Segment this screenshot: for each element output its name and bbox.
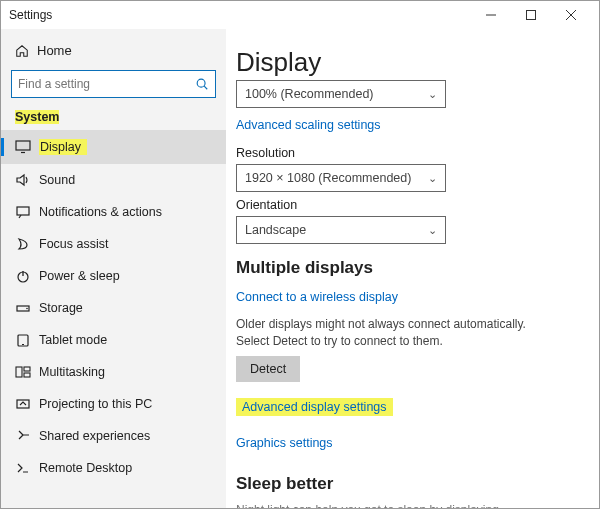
titlebar: Settings bbox=[1, 1, 599, 29]
svg-rect-15 bbox=[16, 367, 22, 377]
shared-icon bbox=[15, 429, 39, 443]
resolution-label: Resolution bbox=[236, 146, 581, 160]
sidebar-item-label: Multitasking bbox=[39, 365, 105, 379]
multiple-displays-heading: Multiple displays bbox=[236, 258, 581, 278]
home-icon bbox=[15, 44, 37, 58]
sound-icon bbox=[15, 173, 39, 187]
sidebar-item-label: Storage bbox=[39, 301, 83, 315]
orientation-value: Landscape bbox=[245, 223, 428, 237]
sidebar-item-sound[interactable]: Sound bbox=[1, 164, 226, 196]
maximize-icon bbox=[526, 10, 536, 20]
svg-rect-16 bbox=[24, 367, 30, 371]
minimize-button[interactable] bbox=[471, 1, 511, 29]
sidebar: Home System Display Sound bbox=[1, 29, 226, 508]
sidebar-item-shared-experiences[interactable]: Shared experiences bbox=[1, 420, 226, 452]
sleep-better-heading: Sleep better bbox=[236, 474, 581, 494]
search-input[interactable] bbox=[11, 70, 216, 98]
advanced-display-link[interactable]: Advanced display settings bbox=[236, 398, 393, 416]
orientation-label: Orientation bbox=[236, 198, 581, 212]
close-icon bbox=[566, 10, 576, 20]
chevron-down-icon: ⌄ bbox=[428, 172, 437, 185]
home-label: Home bbox=[37, 43, 72, 58]
sidebar-item-label: Display bbox=[39, 139, 87, 155]
orientation-dropdown[interactable]: Landscape ⌄ bbox=[236, 216, 446, 244]
power-icon bbox=[15, 269, 39, 283]
sidebar-item-label: Projecting to this PC bbox=[39, 397, 152, 411]
older-displays-text: Older displays might not always connect … bbox=[236, 316, 536, 350]
sidebar-item-display[interactable]: Display bbox=[1, 130, 226, 164]
sidebar-item-storage[interactable]: Storage bbox=[1, 292, 226, 324]
nav-list: Display Sound Notifications & actions Fo… bbox=[1, 130, 226, 484]
connect-wireless-link[interactable]: Connect to a wireless display bbox=[236, 290, 398, 304]
sidebar-item-multitasking[interactable]: Multitasking bbox=[1, 356, 226, 388]
chevron-down-icon: ⌄ bbox=[428, 224, 437, 237]
svg-line-5 bbox=[204, 86, 207, 89]
sidebar-item-power-sleep[interactable]: Power & sleep bbox=[1, 260, 226, 292]
sidebar-item-projecting[interactable]: Projecting to this PC bbox=[1, 388, 226, 420]
sidebar-item-label: Tablet mode bbox=[39, 333, 107, 347]
resolution-value: 1920 × 1080 (Recommended) bbox=[245, 171, 428, 185]
sidebar-item-focus-assist[interactable]: Focus assist bbox=[1, 228, 226, 260]
advanced-scaling-link[interactable]: Advanced scaling settings bbox=[236, 118, 381, 132]
multitasking-icon bbox=[15, 365, 39, 379]
category-label: System bbox=[1, 104, 226, 130]
resolution-dropdown[interactable]: 1920 × 1080 (Recommended) ⌄ bbox=[236, 164, 446, 192]
sidebar-item-label: Notifications & actions bbox=[39, 205, 162, 219]
sidebar-item-label: Power & sleep bbox=[39, 269, 120, 283]
settings-window: Settings Home bbox=[0, 0, 600, 509]
display-icon bbox=[15, 140, 39, 154]
scale-value: 100% (Recommended) bbox=[245, 87, 428, 101]
chevron-down-icon: ⌄ bbox=[428, 88, 437, 101]
sidebar-item-remote-desktop[interactable]: Remote Desktop bbox=[1, 452, 226, 484]
tablet-icon bbox=[15, 333, 39, 347]
svg-rect-8 bbox=[17, 207, 29, 215]
graphics-settings-link[interactable]: Graphics settings bbox=[236, 436, 333, 450]
focus-assist-icon bbox=[15, 237, 39, 251]
sidebar-item-tablet-mode[interactable]: Tablet mode bbox=[1, 324, 226, 356]
svg-rect-17 bbox=[24, 373, 30, 377]
sidebar-item-label: Shared experiences bbox=[39, 429, 150, 443]
scale-dropdown[interactable]: 100% (Recommended) ⌄ bbox=[236, 80, 446, 108]
svg-point-12 bbox=[26, 308, 28, 310]
content-pane: Display 100% (Recommended) ⌄ Advanced sc… bbox=[226, 29, 599, 508]
sleep-better-text: Night light can help you get to sleep by… bbox=[236, 502, 536, 508]
sidebar-item-notifications[interactable]: Notifications & actions bbox=[1, 196, 226, 228]
sidebar-item-label: Remote Desktop bbox=[39, 461, 132, 475]
projecting-icon bbox=[15, 397, 39, 411]
remote-desktop-icon bbox=[15, 461, 39, 475]
sidebar-item-label: Sound bbox=[39, 173, 75, 187]
sidebar-item-label: Focus assist bbox=[39, 237, 108, 251]
home-button[interactable]: Home bbox=[1, 35, 226, 66]
search-icon bbox=[195, 77, 209, 91]
svg-rect-1 bbox=[527, 11, 536, 20]
minimize-icon bbox=[486, 10, 496, 20]
close-button[interactable] bbox=[551, 1, 591, 29]
storage-icon bbox=[15, 301, 39, 315]
svg-rect-6 bbox=[16, 141, 30, 150]
window-title: Settings bbox=[9, 8, 471, 22]
notifications-icon bbox=[15, 205, 39, 219]
svg-rect-18 bbox=[17, 400, 29, 408]
search-field[interactable] bbox=[18, 77, 195, 91]
detect-button[interactable]: Detect bbox=[236, 356, 300, 382]
svg-point-4 bbox=[197, 79, 205, 87]
maximize-button[interactable] bbox=[511, 1, 551, 29]
page-title: Display bbox=[236, 47, 581, 78]
